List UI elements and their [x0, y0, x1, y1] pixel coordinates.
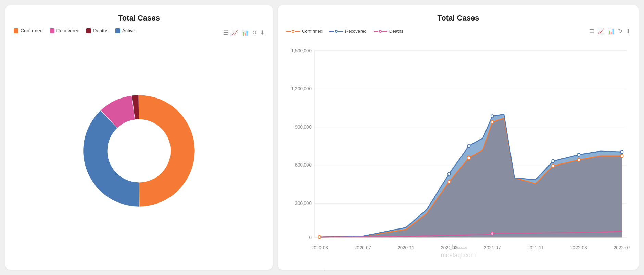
donut-chart: [67, 79, 211, 223]
right-legend-recovered: Recovered: [329, 29, 367, 34]
legend-box-active: [115, 28, 120, 33]
deaths-dot: [379, 30, 382, 33]
left-panel-title: Total Cases: [118, 14, 160, 23]
svg-text:0: 0: [309, 234, 311, 240]
line-chart-area: 1,500,000 1,200,000 900,000 600,000 300,…: [286, 39, 630, 261]
recovered-line-icon: [329, 30, 343, 33]
legend-label-recovered: Recovered: [56, 28, 80, 34]
right-refresh-icon[interactable]: ↻: [618, 28, 622, 35]
svg-text:2022-07: 2022-07: [614, 245, 630, 250]
x-axis: 2020-03 2020-07 2020-11 2021-03 2021-07 …: [311, 245, 630, 250]
dot-confirmed-3: [491, 120, 494, 123]
refresh-icon[interactable]: ↻: [252, 29, 256, 36]
dot-recovered-1: [467, 144, 470, 147]
svg-text:2020-07: 2020-07: [354, 245, 371, 250]
download-icon[interactable]: ⬇: [260, 29, 264, 36]
right-toolbar: ☰ 📈 📊 ↻ ⬇: [589, 28, 630, 35]
bar-chart-icon[interactable]: 📊: [242, 29, 249, 36]
right-line-icon[interactable]: 📈: [597, 28, 604, 35]
line-chart-icon[interactable]: 📈: [231, 29, 238, 36]
svg-text:2021-03: 2021-03: [441, 245, 457, 250]
dot-confirmed-0: [318, 235, 321, 238]
dot-confirmed-5: [577, 158, 580, 161]
dot-confirmed-4: [552, 164, 554, 167]
legend-box-deaths: [86, 28, 91, 33]
right-panel-title: Total Cases: [286, 14, 630, 23]
left-toolbar: ☰ 📈 📊 ↻ ⬇: [223, 29, 264, 36]
svg-text:300,000: 300,000: [295, 200, 312, 206]
dot-deaths-1: [491, 232, 494, 235]
dot-recovered-5: [620, 150, 623, 154]
legend-recovered: Recovered: [50, 28, 80, 34]
legend-label-active: Active: [122, 28, 135, 34]
confirmed-line-icon: [286, 30, 300, 33]
right-legend-recovered-label: Recovered: [345, 29, 367, 34]
legend-box-confirmed: [14, 28, 18, 33]
area-recovered: [319, 114, 622, 237]
right-legend-confirmed: Confirmed: [286, 29, 323, 34]
legend-confirmed: Confirmed: [14, 28, 43, 34]
dashboard: Total Cases Confirmed Recovered Deaths: [0, 0, 644, 275]
deaths-line-seg: [374, 31, 378, 32]
dot-confirmed-1: [448, 180, 451, 183]
svg-text:2022-03: 2022-03: [570, 245, 587, 250]
recovered-dot: [335, 30, 338, 33]
legend-active: Active: [115, 28, 135, 34]
dot-confirmed-2: [467, 156, 470, 160]
right-table-icon[interactable]: ☰: [589, 28, 594, 35]
dot-confirmed-6: [620, 154, 623, 157]
right-legend-deaths-label: Deaths: [389, 29, 403, 34]
legend-label-deaths: Deaths: [93, 28, 108, 34]
right-legend: Confirmed Recovered De: [286, 29, 403, 34]
svg-text:1,200,000: 1,200,000: [291, 86, 312, 91]
dot-recovered-3: [552, 159, 554, 162]
confirmed-dot: [292, 30, 294, 33]
donut-container: [14, 40, 264, 261]
legend-deaths: Deaths: [86, 28, 108, 34]
svg-text:2021-11: 2021-11: [527, 245, 544, 250]
legend-box-recovered: [50, 28, 54, 33]
legend-label-confirmed: Confirmed: [21, 28, 43, 34]
donut-seg-active: [83, 110, 139, 206]
recovered-line-seg: [329, 31, 334, 32]
confirmed-line-seg2: [295, 31, 300, 32]
right-legend-confirmed-label: Confirmed: [302, 29, 323, 34]
confirmed-line-seg: [286, 31, 291, 32]
svg-text:1,500,000: 1,500,000: [291, 48, 312, 53]
dot-recovered-2: [491, 115, 494, 118]
svg-text:2021-07: 2021-07: [484, 245, 501, 250]
left-panel: Total Cases Confirmed Recovered Deaths: [5, 5, 273, 270]
svg-text:900,000: 900,000: [295, 124, 312, 130]
line-chart-svg: 1,500,000 1,200,000 900,000 600,000 300,…: [286, 39, 630, 261]
right-download-icon[interactable]: ⬇: [626, 28, 630, 35]
deaths-line-icon: [374, 30, 387, 33]
dot-recovered-4: [577, 153, 580, 156]
svg-text:2020-03: 2020-03: [311, 245, 328, 250]
right-bar-icon[interactable]: 📊: [608, 28, 615, 35]
right-legend-deaths: Deaths: [374, 29, 403, 34]
table-icon[interactable]: ☰: [223, 29, 228, 36]
left-legend: Confirmed Recovered Deaths Active: [14, 28, 135, 34]
recovered-line-seg2: [338, 31, 343, 32]
deaths-line-seg2: [382, 31, 387, 32]
dot-recovered-0: [448, 172, 451, 175]
svg-text:2020-11: 2020-11: [397, 245, 414, 250]
svg-text:600,000: 600,000: [295, 162, 312, 168]
right-panel: Total Cases Confirmed: [278, 5, 639, 270]
